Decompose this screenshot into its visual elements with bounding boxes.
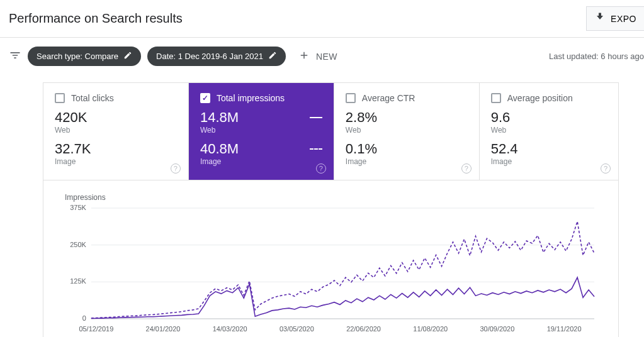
filter-icon[interactable] <box>9 49 21 64</box>
legend-solid-icon <box>310 117 322 118</box>
metric-web-sub: Web <box>55 126 177 135</box>
metric-image-sub: Image <box>491 157 607 166</box>
metric-web-value: 2.8% <box>346 109 468 126</box>
help-icon[interactable]: ? <box>316 163 326 174</box>
checkbox-icon[interactable] <box>55 93 65 103</box>
plus-icon <box>298 50 310 63</box>
metric-web-value: 9.6 <box>491 109 607 126</box>
metric-web-value: 14.8M <box>200 109 239 126</box>
card-title: Total clicks <box>71 93 114 103</box>
page-title: Performance on Search results <box>9 11 183 26</box>
chart-area: Impressions 0125K250K375K05/12/201924/01… <box>43 180 619 337</box>
svg-text:14/03/2020: 14/03/2020 <box>213 325 247 333</box>
metric-cards: Total clicks 420K Web 32.7K Image ? Tota… <box>43 82 619 180</box>
metric-image-sub: Image <box>55 157 177 166</box>
metric-image-value: 40.8M <box>200 141 239 157</box>
card-title: Average CTR <box>362 93 415 103</box>
svg-text:19/11/2020: 19/11/2020 <box>547 325 582 333</box>
download-icon <box>594 12 606 25</box>
svg-text:05/12/2019: 05/12/2019 <box>79 325 113 333</box>
export-label: EXPO <box>611 14 636 24</box>
new-filter-label: NEW <box>316 52 337 62</box>
card-total-clicks[interactable]: Total clicks 420K Web 32.7K Image ? <box>43 83 189 180</box>
svg-text:125K: 125K <box>70 277 86 285</box>
pencil-icon <box>268 51 277 62</box>
svg-text:250K: 250K <box>70 241 86 248</box>
metric-web-sub: Web <box>346 126 468 135</box>
date-range-chip-label: Date: 1 Dec 2019-6 Jan 2021 <box>156 52 263 61</box>
pencil-icon <box>123 51 132 62</box>
help-icon[interactable]: ? <box>601 163 611 174</box>
svg-text:30/09/2020: 30/09/2020 <box>480 325 514 333</box>
metric-image-sub: Image <box>200 157 322 166</box>
svg-text:24/01/2020: 24/01/2020 <box>146 325 181 333</box>
search-type-chip-label: Search type: Compare <box>37 52 118 61</box>
help-icon[interactable]: ? <box>461 163 472 174</box>
card-total-impressions[interactable]: Total impressions 14.8M Web 40.8M Image … <box>189 83 334 180</box>
impressions-chart[interactable]: 0125K250K375K05/12/201924/01/202014/03/2… <box>61 203 601 335</box>
legend-dashed-icon <box>310 148 322 150</box>
help-icon[interactable]: ? <box>171 163 181 174</box>
metric-image-value: 0.1% <box>346 141 468 157</box>
card-average-ctr[interactable]: Average CTR 2.8% Web 0.1% Image ? <box>334 83 480 180</box>
checkbox-icon[interactable] <box>200 93 210 103</box>
svg-text:0: 0 <box>82 314 86 322</box>
card-title: Average position <box>507 93 573 103</box>
metric-image-value: 32.7K <box>55 141 177 157</box>
chart-title: Impressions <box>65 193 601 202</box>
metric-web-sub: Web <box>491 126 607 135</box>
checkbox-icon[interactable] <box>346 93 356 103</box>
svg-text:375K: 375K <box>70 204 86 211</box>
metric-web-value: 420K <box>55 109 177 126</box>
metric-web-sub: Web <box>200 126 322 135</box>
svg-text:11/08/2020: 11/08/2020 <box>413 325 448 333</box>
card-average-position[interactable]: Average position 9.6 Web 52.4 Image ? <box>480 83 618 180</box>
metric-image-value: 52.4 <box>491 141 607 157</box>
svg-text:03/05/2020: 03/05/2020 <box>280 325 314 333</box>
date-range-chip[interactable]: Date: 1 Dec 2019-6 Jan 2021 <box>147 47 286 66</box>
checkbox-icon[interactable] <box>491 93 501 103</box>
last-updated: Last updated: 6 hours ago <box>549 52 644 61</box>
export-button[interactable]: EXPO <box>586 6 644 31</box>
metric-image-sub: Image <box>346 157 468 166</box>
search-type-chip[interactable]: Search type: Compare <box>28 47 141 66</box>
svg-text:22/06/2020: 22/06/2020 <box>346 325 381 333</box>
card-title: Total impressions <box>217 93 285 103</box>
new-filter-button[interactable]: NEW <box>292 45 344 67</box>
